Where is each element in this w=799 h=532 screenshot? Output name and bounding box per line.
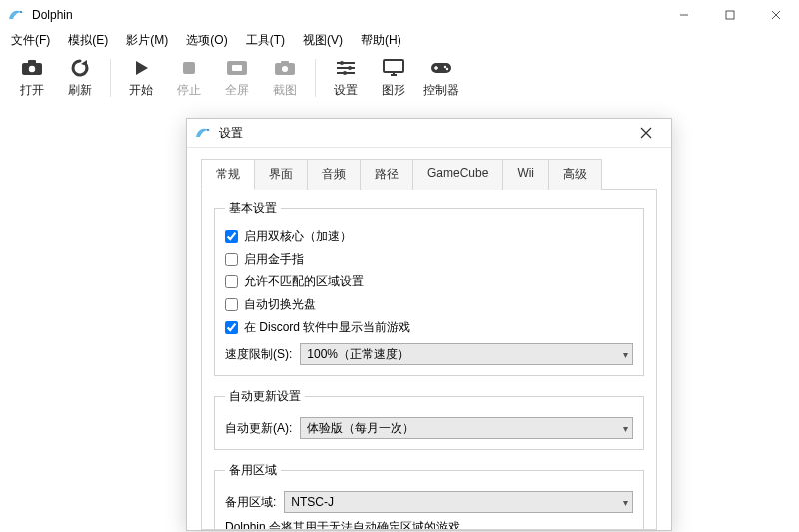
svg-rect-22 xyxy=(384,60,403,72)
svg-marker-9 xyxy=(136,61,148,75)
speed-limit-combo[interactable]: 100%（正常速度） ▾ xyxy=(300,343,633,365)
checkbox-discord-input[interactable] xyxy=(225,321,238,334)
dialog-titlebar: 设置 xyxy=(187,119,671,148)
fullscreen-label: 全屏 xyxy=(225,82,249,99)
menu-movie[interactable]: 影片(M) xyxy=(121,30,173,51)
auto-update-combo[interactable]: 体验版（每月一次） ▾ xyxy=(300,417,633,439)
row-auto-update: 自动更新(A): 体验版（每月一次） ▾ xyxy=(225,413,633,439)
maximize-button[interactable] xyxy=(707,0,753,30)
settings-label: 设置 xyxy=(334,82,358,99)
checkbox-cheats[interactable]: 启用金手指 xyxy=(225,248,633,270)
settings-button[interactable]: 设置 xyxy=(322,53,370,103)
controllers-button[interactable]: 控制器 xyxy=(417,53,465,103)
checkbox-auto-change-disc[interactable]: 自动切换光盘 xyxy=(225,293,633,316)
main-titlebar: Dolphin xyxy=(0,0,799,30)
tab-gamecube[interactable]: GameCube xyxy=(412,159,503,190)
svg-point-15 xyxy=(282,66,288,72)
stop-button[interactable]: 停止 xyxy=(165,53,213,103)
chevron-down-icon: ▾ xyxy=(623,497,628,508)
checkbox-region-mismatch-label: 允许不匹配的区域设置 xyxy=(244,273,364,290)
window-title: Dolphin xyxy=(32,8,73,22)
stop-label: 停止 xyxy=(177,82,201,99)
chevron-down-icon: ▾ xyxy=(623,423,628,434)
refresh-button[interactable]: 刷新 xyxy=(56,53,104,103)
controllers-label: 控制器 xyxy=(423,82,459,99)
menu-file[interactable]: 文件(F) xyxy=(6,30,55,51)
group-fallback-region: 备用区域 备用区域: NTSC-J ▾ Dolphin 会将其用于无法自动确定区… xyxy=(214,462,644,530)
play-label: 开始 xyxy=(129,82,153,99)
tab-advanced[interactable]: 高级 xyxy=(548,159,602,190)
svg-point-7 xyxy=(29,66,35,72)
auto-update-label: 自动更新(A): xyxy=(225,420,292,437)
speed-limit-label: 速度限制(S): xyxy=(225,346,292,363)
tab-panel-general: 基本设置 启用双核心（加速） 启用金手指 允许不匹配的区域设置 自动切换光盘 在… xyxy=(201,189,657,530)
toolbar-separator xyxy=(110,59,111,97)
svg-rect-14 xyxy=(281,61,289,64)
toolbar-separator xyxy=(315,59,316,97)
row-speed-limit: 速度限制(S): 100%（正常速度） ▾ xyxy=(225,339,633,365)
menu-view[interactable]: 视图(V) xyxy=(298,30,348,51)
auto-update-value: 体验版（每月一次） xyxy=(301,420,420,437)
menubar: 文件(F) 模拟(E) 影片(M) 选项(O) 工具(T) 视图(V) 帮助(H… xyxy=(0,30,799,52)
close-button[interactable] xyxy=(753,0,799,30)
svg-point-21 xyxy=(343,71,347,75)
tab-interface[interactable]: 界面 xyxy=(254,159,308,190)
checkbox-discord[interactable]: 在 Discord 软件中显示当前游戏 xyxy=(225,316,633,339)
graphics-label: 图形 xyxy=(382,82,405,99)
svg-point-20 xyxy=(348,66,352,70)
svg-rect-10 xyxy=(183,62,195,74)
checkbox-dualcore-input[interactable] xyxy=(225,230,238,243)
dolphin-logo-icon xyxy=(8,7,26,23)
svg-rect-6 xyxy=(28,60,36,64)
checkbox-region-mismatch-input[interactable] xyxy=(225,275,238,288)
gamepad-icon xyxy=(430,57,452,79)
tab-wii[interactable]: Wii xyxy=(502,159,549,190)
menu-emulation[interactable]: 模拟(E) xyxy=(63,30,113,51)
checkbox-cheats-input[interactable] xyxy=(225,253,238,266)
settings-tabs: 常规 界面 音频 路径 GameCube Wii 高级 xyxy=(187,148,671,189)
fallback-region-note: Dolphin 会将其用于无法自动确定区域的游戏。 xyxy=(225,513,633,530)
svg-rect-12 xyxy=(232,65,242,71)
checkbox-region-mismatch[interactable]: 允许不匹配的区域设置 xyxy=(225,270,633,293)
fullscreen-button[interactable]: 全屏 xyxy=(213,53,261,103)
checkbox-dualcore[interactable]: 启用双核心（加速） xyxy=(225,225,633,248)
svg-point-30 xyxy=(207,129,209,131)
camera-open-icon xyxy=(21,57,43,79)
checkbox-auto-change-disc-input[interactable] xyxy=(225,298,238,311)
stop-icon xyxy=(178,57,200,79)
minimize-button[interactable] xyxy=(661,0,707,30)
open-label: 打开 xyxy=(20,82,44,99)
fallback-region-value: NTSC-J xyxy=(285,495,340,509)
refresh-icon xyxy=(69,57,91,79)
dolphin-logo-icon xyxy=(195,125,213,141)
fallback-region-combo[interactable]: NTSC-J ▾ xyxy=(284,491,633,513)
speed-limit-value: 100%（正常速度） xyxy=(301,346,415,363)
play-button[interactable]: 开始 xyxy=(117,53,165,103)
play-icon xyxy=(130,57,152,79)
checkbox-discord-label: 在 Discord 软件中显示当前游戏 xyxy=(244,319,410,336)
checkbox-auto-change-disc-label: 自动切换光盘 xyxy=(244,296,316,313)
checkbox-cheats-label: 启用金手指 xyxy=(244,251,304,267)
row-fallback-region: 备用区域: NTSC-J ▾ xyxy=(225,487,633,513)
tab-paths[interactable]: 路径 xyxy=(360,159,413,190)
graphics-button[interactable]: 图形 xyxy=(370,53,417,103)
svg-marker-8 xyxy=(81,60,87,66)
tab-audio[interactable]: 音频 xyxy=(307,159,361,190)
fallback-region-label: 备用区域: xyxy=(225,494,276,511)
dialog-title: 设置 xyxy=(219,125,243,142)
group-basic-legend: 基本设置 xyxy=(225,200,281,217)
dialog-close-button[interactable] xyxy=(627,119,665,147)
screenshot-label: 截图 xyxy=(273,82,297,99)
menu-options[interactable]: 选项(O) xyxy=(181,30,232,51)
group-auto-update-legend: 自动更新设置 xyxy=(225,388,305,405)
menu-help[interactable]: 帮助(H) xyxy=(356,30,406,51)
tab-general[interactable]: 常规 xyxy=(201,159,255,190)
refresh-label: 刷新 xyxy=(68,82,92,99)
toolbar: 打开 刷新 开始 停止 全屏 截图 设置 图形 控制器 xyxy=(0,52,799,106)
open-button[interactable]: 打开 xyxy=(8,53,56,103)
svg-point-19 xyxy=(340,61,344,65)
group-basic-settings: 基本设置 启用双核心（加速） 启用金手指 允许不匹配的区域设置 自动切换光盘 在… xyxy=(214,200,644,376)
group-auto-update: 自动更新设置 自动更新(A): 体验版（每月一次） ▾ xyxy=(214,388,644,450)
screenshot-button[interactable]: 截图 xyxy=(261,53,309,103)
menu-tools[interactable]: 工具(T) xyxy=(241,30,290,51)
